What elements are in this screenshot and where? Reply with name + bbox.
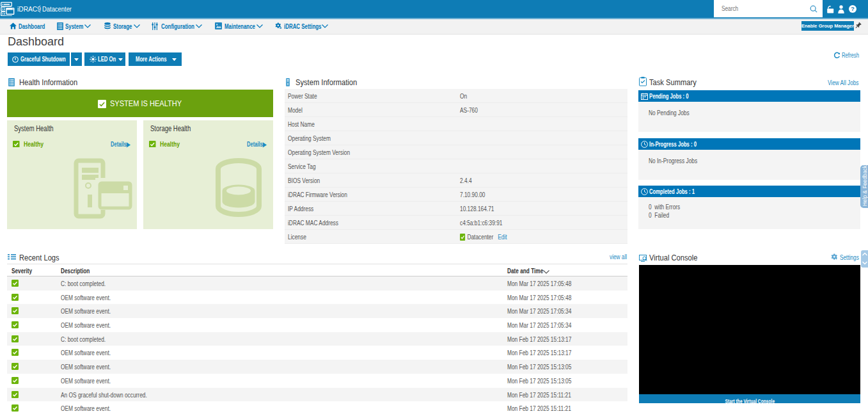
svg-text:?: ? <box>851 6 855 12</box>
